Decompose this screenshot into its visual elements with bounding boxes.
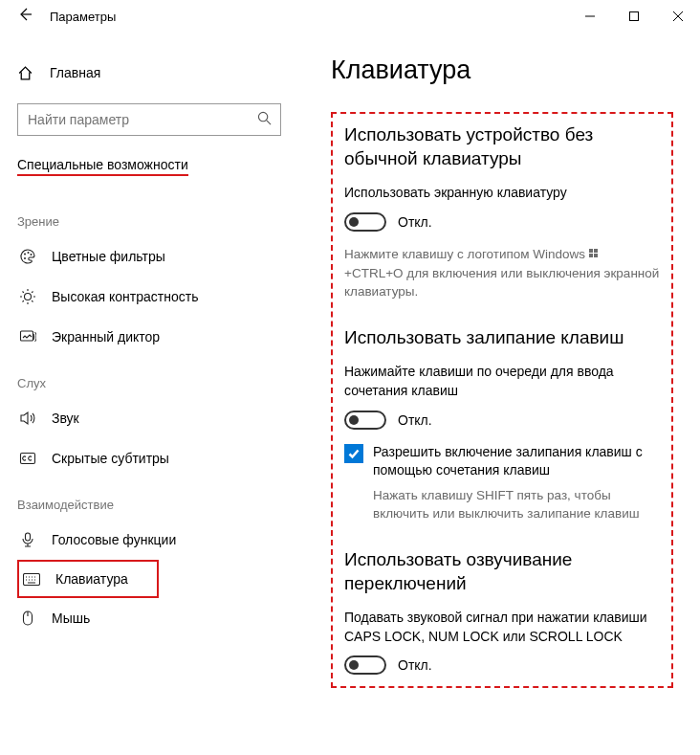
svg-point-5	[24, 257, 26, 259]
heading-sticky: Использовать залипание клавиш	[344, 326, 660, 350]
label-osk: Использовать экранную клавиатуру	[344, 184, 660, 203]
search-wrapper	[17, 103, 300, 136]
heading-togglekeys: Использовать озвучивание переключений	[344, 548, 660, 595]
window-title: Параметры	[50, 10, 116, 24]
titlebar: Параметры	[0, 0, 700, 33]
checkbox-sticky-label: Разрешить включение залипания клавиш с п…	[373, 443, 660, 480]
mouse-icon	[19, 610, 46, 627]
mic-icon	[19, 531, 46, 548]
search-icon	[257, 111, 272, 128]
nav-color-filters[interactable]: Цветные фильтры	[17, 236, 300, 277]
back-button[interactable]	[10, 7, 40, 26]
toggle-togglekeys[interactable]	[344, 655, 386, 675]
page-title: Клавиатура	[331, 56, 673, 85]
nav-label: Высокая контрастность	[52, 289, 198, 304]
nav-narrator[interactable]: Экранный диктор	[17, 317, 300, 357]
nav-high-contrast[interactable]: Высокая контрастность	[17, 277, 300, 317]
nav-closed-captions[interactable]: Скрытые субтитры	[17, 438, 300, 478]
checkbox-sticky-shortcut[interactable]	[344, 444, 363, 463]
svg-point-6	[25, 294, 32, 300]
content-pane: Клавиатура Использовать устройство без о…	[308, 33, 700, 755]
search-input[interactable]	[17, 103, 281, 136]
toggle-togglekeys-state: Откл.	[398, 657, 432, 673]
svg-rect-9	[26, 533, 31, 541]
category-interaction: Взаимодействие	[17, 498, 300, 512]
section-accessibility: Специальные возможности	[17, 157, 188, 176]
label-togglekeys: Подавать звуковой сигнал при нажатии кла…	[344, 609, 660, 646]
nav-label: Голосовые функции	[52, 532, 176, 547]
svg-point-3	[28, 252, 30, 254]
nav-keyboard[interactable]: Клавиатура	[17, 560, 159, 598]
category-hearing: Слух	[17, 376, 300, 390]
toggle-osk-state: Откл.	[398, 214, 432, 230]
windows-logo-icon	[589, 249, 599, 258]
home-label: Главная	[50, 65, 100, 80]
nav-speech[interactable]: Голосовые функции	[17, 520, 300, 560]
nav-mouse[interactable]: Мышь	[17, 598, 300, 638]
contrast-icon	[19, 288, 46, 305]
hint-sticky: Нажать клавишу SHIFT пять раз, чтобы вкл…	[373, 486, 660, 523]
nav-label: Мышь	[52, 611, 90, 626]
palette-icon	[19, 248, 46, 265]
minimize-button[interactable]	[568, 1, 612, 32]
toggle-sticky[interactable]	[344, 411, 386, 430]
nav-label: Клавиатура	[55, 571, 128, 587]
svg-rect-0	[630, 12, 639, 21]
highlighted-region: Использовать устройство без обычной клав…	[331, 112, 673, 688]
narrator-icon	[19, 328, 46, 345]
speaker-icon	[19, 410, 46, 427]
home-link[interactable]: Главная	[17, 56, 300, 90]
label-sticky: Нажимайте клавиши по очереди для ввода с…	[344, 363, 660, 400]
nav-label: Экранный диктор	[52, 329, 160, 344]
category-vision: Зрение	[17, 214, 300, 229]
close-button[interactable]	[656, 1, 700, 32]
keyboard-icon	[23, 573, 50, 586]
nav-label: Звук	[52, 411, 79, 426]
svg-point-4	[31, 254, 33, 255]
heading-osk: Использовать устройство без обычной клав…	[344, 123, 660, 170]
nav-sound[interactable]: Звук	[17, 398, 300, 438]
toggle-osk[interactable]	[344, 212, 386, 232]
nav-label: Цветные фильтры	[52, 249, 165, 264]
cc-icon	[19, 450, 46, 467]
sidebar: Главная Специальные возможности Зрение Ц…	[0, 33, 308, 755]
hint-osk: Нажмите клавишу с логотипом Windows +CTR…	[344, 245, 660, 301]
svg-point-2	[24, 254, 26, 255]
maximize-button[interactable]	[612, 1, 656, 32]
svg-point-1	[258, 112, 267, 121]
home-icon	[17, 65, 40, 81]
toggle-sticky-state: Откл.	[398, 412, 432, 428]
nav-label: Скрытые субтитры	[52, 451, 169, 466]
